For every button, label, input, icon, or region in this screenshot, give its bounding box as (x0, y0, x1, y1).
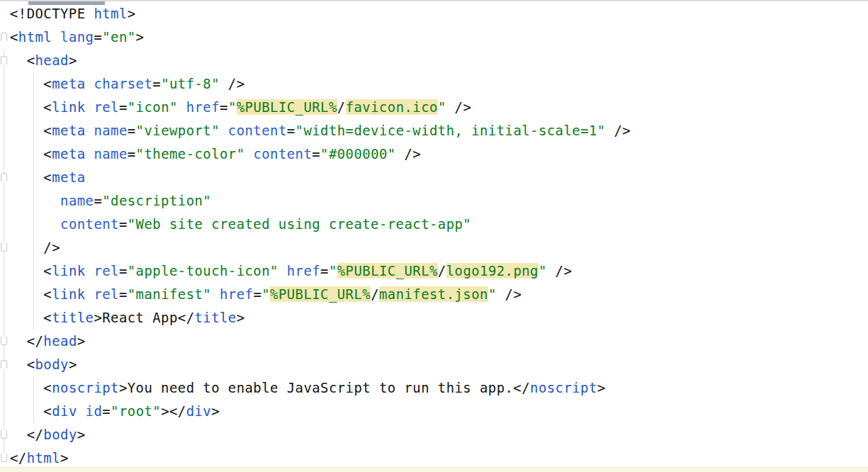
code-line[interactable]: content="Web site created using create-r… (0, 213, 868, 236)
code-token (278, 263, 287, 279)
code-token: href (287, 263, 320, 279)
code-token: </ (10, 427, 43, 442)
horizontal-scrollbar[interactable] (0, 0, 868, 5)
code-token: noscript (52, 380, 119, 395)
code-token: content (253, 146, 312, 162)
code-token: </ (10, 450, 27, 466)
code-line[interactable]: <meta name="theme-color" content="#00000… (0, 142, 868, 166)
code-token: html (27, 450, 60, 466)
code-line[interactable]: <meta name="viewport" content="width=dev… (0, 119, 868, 142)
code-token (86, 263, 94, 279)
code-line[interactable]: <div id="root"></div> (0, 400, 868, 423)
code-token: "apple-touch-icon" (128, 263, 278, 279)
code-token: > (136, 29, 145, 45)
code-token: = (152, 76, 161, 91)
code-editor-window: <!DOCTYPE html><html lang="en"> <head> <… (0, 0, 868, 472)
code-token: lang (60, 29, 94, 45)
code-token: /> (10, 240, 60, 255)
code-line[interactable]: <meta (0, 166, 868, 189)
template-fragment-token: %PUBLIC_URL% (237, 99, 337, 115)
code-token: /> (547, 263, 573, 279)
fold-marker-end[interactable] (1, 337, 7, 345)
code-token: name (94, 146, 127, 162)
code-token (178, 99, 186, 115)
code-area[interactable]: <!DOCTYPE html><html lang="en"> <head> <… (0, 2, 868, 470)
fold-connector-line (4, 50, 4, 458)
code-token: meta (52, 146, 85, 162)
fold-marker-start[interactable] (1, 33, 7, 41)
code-token: </ (178, 310, 195, 325)
code-token: < (10, 286, 52, 302)
code-line[interactable]: <noscript>You need to enable JavaScript … (0, 376, 868, 400)
code-line[interactable]: <link rel="icon" href="%PUBLIC_URL%/favi… (0, 96, 868, 119)
code-token: content (228, 123, 287, 138)
code-token: rel (94, 286, 119, 302)
code-token (86, 99, 94, 115)
code-token: rel (94, 99, 119, 115)
code-token: "Web site created using create-react-app… (128, 216, 471, 232)
code-token: > (211, 403, 220, 419)
code-token: "icon" (128, 99, 178, 115)
template-fragment-token: manifest.json (379, 286, 488, 302)
code-line[interactable]: <title>React App</title> (0, 306, 868, 330)
code-token (86, 286, 94, 302)
code-token: > (237, 310, 245, 325)
code-token: ></ (161, 403, 186, 419)
code-token: meta (52, 169, 85, 185)
code-token: < (10, 356, 35, 372)
code-token: < (10, 76, 52, 91)
code-line[interactable]: /> (0, 236, 868, 259)
code-line[interactable]: <!DOCTYPE html> (0, 2, 868, 26)
code-token: title (52, 310, 94, 325)
code-token: body (43, 427, 77, 442)
code-token: href (186, 99, 220, 115)
code-line[interactable]: </html> (0, 446, 868, 470)
code-token: < (10, 310, 52, 325)
fold-marker-start[interactable] (1, 360, 7, 369)
scrollbar-thumb[interactable] (28, 1, 105, 5)
code-token: /> (446, 99, 472, 115)
fold-marker-end[interactable] (1, 243, 7, 252)
code-token: "en" (102, 29, 135, 45)
code-line[interactable]: <head> (0, 49, 868, 72)
code-token: name (60, 193, 94, 208)
code-token: < (10, 263, 52, 279)
code-token: < (10, 146, 52, 162)
code-line[interactable]: </head> (0, 330, 868, 353)
code-token: > (69, 52, 77, 68)
code-token: /> (606, 123, 631, 138)
code-token: > (128, 6, 136, 21)
code-line[interactable]: name="description" (0, 189, 868, 213)
code-token: / (337, 99, 346, 115)
code-token: > (119, 380, 128, 395)
code-line[interactable]: </body> (0, 423, 868, 446)
code-token (245, 146, 254, 162)
code-token: "root" (111, 403, 161, 419)
code-line[interactable]: <html lang="en"> (0, 26, 868, 49)
code-token: = (94, 193, 102, 208)
code-line[interactable]: <body> (0, 353, 868, 376)
code-token: " (488, 286, 497, 302)
code-token: < (10, 29, 18, 45)
fold-marker-start[interactable] (1, 56, 7, 64)
code-token: "manifest" (128, 286, 211, 302)
code-line[interactable]: <meta charset="utf-8" /> (0, 72, 868, 96)
code-token: > (94, 310, 102, 325)
code-line[interactable]: <link rel="manifest" href="%PUBLIC_URL%/… (0, 283, 868, 306)
code-token: html (94, 6, 127, 21)
code-token: = (119, 263, 128, 279)
fold-marker-end[interactable] (1, 430, 7, 439)
code-line[interactable]: <link rel="apple-touch-icon" href="%PUBL… (0, 259, 868, 283)
code-token: = (287, 123, 295, 138)
code-token (86, 146, 94, 162)
code-token: > (69, 356, 77, 372)
code-token: < (10, 99, 52, 115)
code-token (220, 123, 228, 138)
fold-marker-start[interactable] (1, 173, 7, 181)
code-token: head (35, 52, 69, 68)
code-token (52, 29, 60, 45)
code-token: " (329, 263, 337, 279)
code-token: href (220, 286, 253, 302)
fold-marker-end[interactable] (1, 454, 7, 462)
code-token: "width=device-width, initial-scale=1" (295, 123, 606, 138)
